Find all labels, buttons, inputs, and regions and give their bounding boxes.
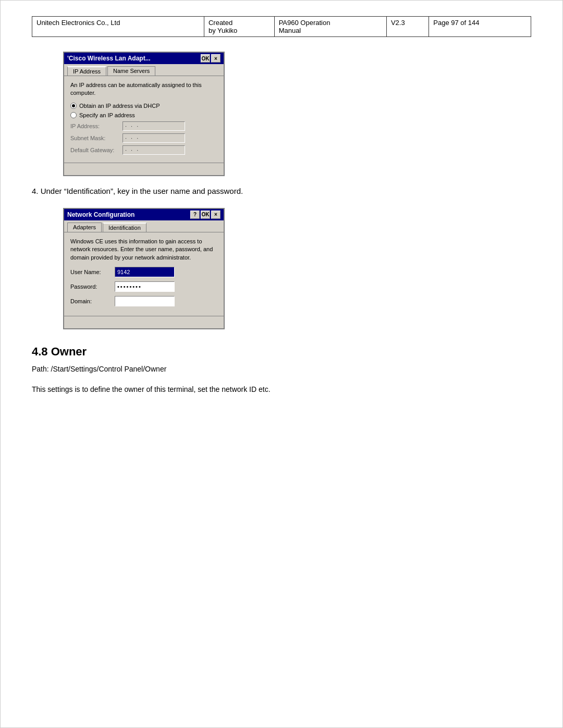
cisco-content: An IP address can be automatically assig… (64, 76, 224, 163)
radio-specify[interactable] (70, 112, 77, 118)
network-title-buttons: ? OK × (190, 211, 221, 219)
product-cell: PA960 Operation Manual (274, 17, 386, 37)
cisco-titlebar: 'Cisco Wireless Lan Adapt... OK × (64, 53, 224, 64)
field-ip-address: IP Address: · · · (70, 121, 217, 131)
network-bottom-strip (64, 316, 224, 328)
username-input[interactable] (115, 267, 175, 277)
radio-specify-label: Specify an IP address (79, 112, 135, 118)
body-text: This settings is to define the owner of … (32, 384, 531, 395)
header-table: Unitech Electronics Co., Ltd Created by … (32, 16, 531, 37)
field-subnet-mask: Subnet Mask: · · · (70, 133, 217, 143)
cisco-bottom-strip (64, 163, 224, 175)
subnet-mask-input[interactable]: · · · (123, 133, 185, 143)
cisco-description: An IP address can be automatically assig… (70, 81, 217, 97)
field-username-row: User Name: (70, 267, 217, 277)
page-cell: Page 97 of 144 (429, 17, 531, 37)
step4-text: 4. Under “Identification”, key in the us… (32, 187, 531, 195)
cisco-ok-button[interactable]: OK (201, 54, 210, 63)
network-description: Windows CE uses this information to gain… (70, 238, 217, 262)
network-tabs: Adapters Identification (64, 220, 224, 232)
network-dialog-title: Network Configuration (67, 211, 190, 218)
network-close-button[interactable]: × (211, 211, 221, 219)
password-label: Password: (70, 283, 115, 290)
username-label: User Name: (70, 269, 115, 275)
field-domain-row: Domain: (70, 296, 217, 306)
ip-address-input[interactable]: · · · (123, 121, 185, 131)
created-cell: Created by Yukiko (204, 17, 274, 37)
domain-label: Domain: (70, 298, 115, 304)
tab-name-servers[interactable]: Name Servers (107, 66, 155, 76)
radio-dhcp-label: Obtain an IP address via DHCP (79, 103, 160, 109)
tab-identification[interactable]: Identification (103, 223, 146, 232)
radio-dhcp[interactable] (70, 103, 77, 109)
field-password-row: Password: (70, 281, 217, 292)
network-content: Windows CE uses this information to gain… (64, 232, 224, 316)
cisco-title-buttons: OK × (201, 54, 221, 63)
cisco-tabs: IP Address Name Servers (64, 64, 224, 76)
default-gateway-label: Default Gateway: (70, 147, 123, 153)
domain-input[interactable] (115, 296, 175, 306)
path-text: Path: /Start/Settings/Control Panel/Owne… (32, 365, 531, 373)
version-cell: V2.3 (386, 17, 429, 37)
password-input[interactable] (115, 281, 175, 292)
radio-dhcp-row: Obtain an IP address via DHCP (70, 103, 217, 109)
cisco-dialog: 'Cisco Wireless Lan Adapt... OK × IP Add… (63, 52, 225, 176)
field-default-gateway: Default Gateway: · · · (70, 145, 217, 155)
page: Unitech Electronics Co., Ltd Created by … (0, 0, 563, 728)
section-heading: 4.8 Owner (32, 345, 531, 359)
cisco-close-button[interactable]: × (211, 54, 221, 63)
network-titlebar: Network Configuration ? OK × (64, 209, 224, 220)
ip-address-label: IP Address: (70, 123, 123, 129)
subnet-mask-label: Subnet Mask: (70, 135, 123, 141)
radio-specify-row: Specify an IP address (70, 112, 217, 118)
company-cell: Unitech Electronics Co., Ltd (32, 17, 204, 37)
network-help-button[interactable]: ? (190, 211, 200, 219)
default-gateway-input[interactable]: · · · (123, 145, 185, 155)
cisco-dialog-title: 'Cisco Wireless Lan Adapt... (67, 55, 201, 62)
tab-adapters[interactable]: Adapters (67, 223, 102, 232)
tab-ip-address[interactable]: IP Address (67, 66, 106, 76)
network-ok-button[interactable]: OK (201, 211, 210, 219)
network-dialog: Network Configuration ? OK × Adapters Id… (63, 208, 225, 329)
